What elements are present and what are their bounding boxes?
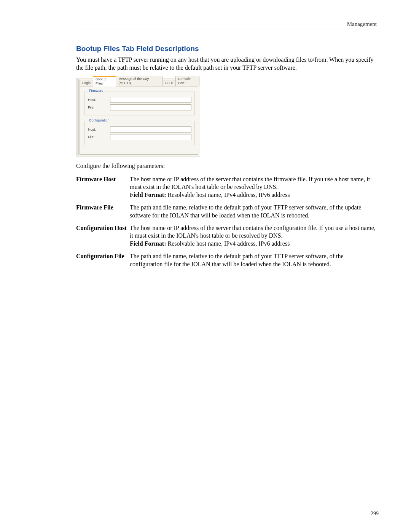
breadcrumb: Management bbox=[76, 21, 379, 27]
configuration-host-row: Host: bbox=[88, 126, 191, 133]
section-title: Bootup Files Tab Field Descriptions bbox=[76, 45, 379, 53]
firmware-host-row: Host: bbox=[88, 97, 191, 103]
firmware-legend: Firmware bbox=[88, 89, 105, 93]
bootup-tab-screenshot: Login Bootup Files Message of the Day (M… bbox=[76, 78, 200, 157]
table-row: Firmware Host The host name or IP addres… bbox=[76, 173, 379, 201]
term-firmware-host: Firmware Host bbox=[76, 173, 130, 201]
firmware-file-row: File: bbox=[88, 104, 191, 110]
firmware-file-label: File: bbox=[88, 105, 110, 109]
configuration-host-label: Host: bbox=[88, 128, 110, 131]
configuration-file-label: File: bbox=[88, 135, 110, 139]
tab-motd[interactable]: Message of the Day (MOTD) bbox=[116, 76, 162, 86]
firmware-group: Firmware Host: File: bbox=[84, 91, 195, 115]
configuration-file-row: File: bbox=[88, 134, 191, 140]
desc-configuration-host: The host name or IP address of the serve… bbox=[130, 222, 379, 250]
section-intro: You must have a TFTP server running on a… bbox=[76, 56, 379, 72]
term-configuration-host: Configuration Host bbox=[76, 222, 130, 250]
firmware-host-label: Host: bbox=[88, 98, 110, 102]
page-header: Management bbox=[76, 21, 379, 29]
desc-text: The host name or IP address of the serve… bbox=[130, 176, 370, 190]
firmware-file-input[interactable] bbox=[110, 104, 191, 110]
scroll-strip bbox=[77, 79, 79, 155]
term-configuration-file: Configuration File bbox=[76, 250, 130, 271]
tab-panel: Firmware Host: File: Configuration Host: bbox=[80, 86, 198, 155]
table-row: Configuration Host The host name or IP a… bbox=[76, 222, 379, 250]
firmware-host-input[interactable] bbox=[110, 97, 191, 103]
table-row: Firmware File The path and file name, re… bbox=[76, 201, 379, 222]
desc-firmware-file: The path and file name, relative to the … bbox=[130, 201, 379, 222]
configuration-file-input[interactable] bbox=[110, 134, 191, 140]
field-format-value: Resolvable host name, IPv4 address, IPv6… bbox=[168, 192, 290, 198]
configuration-group: Configuration Host: File: bbox=[84, 121, 195, 145]
configuration-legend: Configuration bbox=[88, 118, 111, 122]
field-format-value: Resolvable host name, IPv4 address, IPv6… bbox=[168, 240, 290, 247]
page-number: 299 bbox=[371, 511, 379, 517]
tab-login[interactable]: Login bbox=[80, 80, 93, 86]
term-firmware-file: Firmware File bbox=[76, 201, 130, 222]
page: Management Bootup Files Tab Field Descri… bbox=[0, 0, 411, 532]
configure-caption: Configure the following parameters: bbox=[76, 163, 379, 169]
desc-text: The host name or IP address of the serve… bbox=[130, 225, 376, 239]
field-format-label: Field Format: bbox=[130, 240, 166, 247]
table-row: Configuration File The path and file nam… bbox=[76, 250, 379, 271]
desc-configuration-file: The path and file name, relative to the … bbox=[130, 250, 379, 271]
tab-console-port[interactable]: Console Port bbox=[175, 76, 199, 86]
tab-bootup-files[interactable]: Bootup Files bbox=[93, 76, 116, 86]
tab-tftp[interactable]: TFTP bbox=[162, 80, 176, 86]
header-rule bbox=[76, 29, 379, 29]
field-format-label: Field Format: bbox=[130, 192, 166, 198]
field-definitions-table: Firmware Host The host name or IP addres… bbox=[76, 173, 379, 271]
tab-bar: Login Bootup Files Message of the Day (M… bbox=[77, 79, 199, 86]
configuration-host-input[interactable] bbox=[110, 126, 191, 133]
desc-firmware-host: The host name or IP address of the serve… bbox=[130, 173, 379, 201]
